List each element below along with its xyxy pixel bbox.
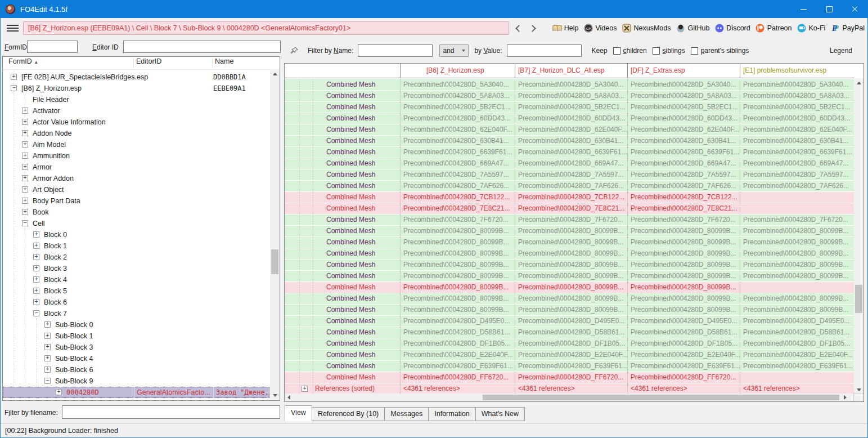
value-cell[interactable]: Precombined\0004280D_E2E040F...	[401, 350, 515, 361]
value-cell[interactable]: Precombined\0004280D_80099B...	[740, 293, 854, 305]
value-cell[interactable]: Precombined\0004280D_62E040F...	[515, 124, 628, 136]
table-row[interactable]: Combined MeshPrecombined\0004280D_80099B…	[285, 293, 854, 305]
value-cell[interactable]: Precombined\0004280D_80099B...	[628, 305, 740, 316]
value-cell[interactable]: Precombined\0004280D_80099B...	[628, 248, 740, 260]
tree-header-editorid[interactable]: EditorID	[136, 57, 161, 65]
expand-icon[interactable]: +	[22, 108, 28, 114]
record-name-cell[interactable]: Combined Mesh	[285, 226, 401, 237]
record-name-cell[interactable]: Combined Mesh	[285, 316, 401, 327]
record-name-cell[interactable]: Combined Mesh	[285, 102, 401, 113]
formid-input[interactable]	[27, 41, 78, 53]
expand-icon[interactable]: +	[11, 74, 17, 80]
value-cell[interactable]: Precombined\0004280D_7E8C21...	[515, 203, 628, 214]
value-cell[interactable]: Precombined\0004280D_80099B...	[628, 293, 740, 305]
value-cell[interactable]: Precombined\0004280D_5B2EC1...	[628, 102, 740, 113]
forward-button[interactable]	[527, 21, 539, 35]
record-name-cell[interactable]: Combined Mesh	[285, 113, 401, 124]
expand-icon[interactable]: +	[22, 141, 28, 148]
expand-icon[interactable]: +	[22, 130, 28, 136]
expand-icon[interactable]: +	[33, 231, 39, 238]
filename-filter-input[interactable]	[62, 405, 280, 419]
value-cell[interactable]: Precombined\0004280D_5A3040...	[740, 79, 854, 91]
value-cell[interactable]: Precombined\0004280D_60DD43...	[401, 113, 515, 124]
github-link[interactable]: GitHub	[676, 24, 709, 33]
value-cell[interactable]: Precombined\0004280D_5B2EC1...	[515, 102, 628, 113]
value-cell[interactable]: Precombined\0004280D_D58B61...	[401, 327, 515, 338]
value-cell[interactable]: Precombined\0004280D_80099B...	[628, 271, 740, 282]
tree-row[interactable]: +Sub-Block 3	[3, 342, 269, 353]
value-cell[interactable]: Precombined\0004280D_5A3040...	[401, 79, 515, 91]
record-name-cell[interactable]: Combined Mesh	[285, 124, 401, 136]
value-cell[interactable]	[740, 282, 854, 293]
value-cell[interactable]: Precombined\0004280D_5A8A03...	[515, 91, 628, 102]
tree-row[interactable]: +Sub-Block 4	[3, 353, 269, 364]
close-button[interactable]	[842, 0, 868, 18]
value-cell[interactable]: Precombined\0004280D_80099B...	[515, 293, 628, 305]
tree-row[interactable]: File Header	[3, 94, 269, 105]
back-button[interactable]	[512, 21, 524, 35]
tree-row[interactable]: −Cell	[3, 218, 269, 229]
record-name-cell[interactable]: Combined Mesh	[285, 260, 401, 271]
value-cell[interactable]: Precombined\0004280D_7F6720...	[515, 214, 628, 226]
tree-row[interactable]: +Ammunition	[3, 150, 269, 162]
value-cell[interactable]: Precombined\0004280D_7CB122...	[401, 192, 515, 203]
tree-row[interactable]: +Armor Addon	[3, 173, 269, 184]
value-cell[interactable]: Precombined\0004280D_80099B...	[401, 226, 515, 237]
value-cell[interactable]: Precombined\0004280D_DF1B05...	[628, 338, 740, 350]
value-cell[interactable]: Precombined\0004280D_FF6720...	[628, 372, 740, 383]
value-cell[interactable]: Precombined\0004280D_80099B...	[401, 293, 515, 305]
value-cell[interactable]: Precombined\0004280D_80099B...	[515, 248, 628, 260]
filter-operator-select[interactable]: and	[439, 44, 469, 57]
value-cell[interactable]: Precombined\0004280D_630B41...	[401, 136, 515, 147]
expand-icon[interactable]: +	[33, 243, 39, 249]
value-cell[interactable]: Precombined\0004280D_80099B...	[740, 237, 854, 248]
value-cell[interactable]: Precombined\0004280D_6639F61...	[740, 147, 854, 158]
value-cell[interactable]: Precombined\0004280D_80099B...	[740, 248, 854, 260]
scroll-down-button[interactable]	[270, 391, 280, 400]
table-row[interactable]: Combined MeshPrecombined\0004280D_DF1B05…	[285, 338, 854, 350]
expand-icon[interactable]: +	[302, 386, 308, 392]
table-row[interactable]: Combined MeshPrecombined\0004280D_80099B…	[285, 305, 854, 316]
value-cell[interactable]: Precombined\0004280D_80099B...	[515, 305, 628, 316]
expand-icon[interactable]: +	[22, 209, 28, 215]
collapse-icon[interactable]: −	[22, 220, 28, 226]
pin-icon[interactable]	[289, 46, 299, 56]
value-cell[interactable]: Precombined\0004280D_D495E0...	[401, 316, 515, 327]
table-row[interactable]: Combined MeshPrecombined\0004280D_7E8C21…	[285, 203, 854, 214]
table-row[interactable]: Combined MeshPrecombined\0004280D_80099B…	[285, 248, 854, 260]
table-row[interactable]: Combined MeshPrecombined\0004280D_80099B…	[285, 282, 854, 293]
value-cell[interactable]: Precombined\0004280D_7F6720...	[628, 214, 740, 226]
value-cell[interactable]: Precombined\0004280D_7E8C21...	[401, 203, 515, 214]
expand-icon[interactable]: +	[44, 321, 51, 328]
tree-vertical-scrollbar[interactable]	[270, 69, 280, 400]
table-row[interactable]: Combined MeshPrecombined\0004280D_5A8A03…	[285, 91, 854, 102]
table-hscrollbar-thumb[interactable]	[483, 395, 839, 400]
expand-icon[interactable]: +	[22, 153, 28, 159]
value-cell[interactable]: Precombined\0004280D_80099B...	[401, 282, 515, 293]
value-cell[interactable]: Precombined\0004280D_80099B...	[515, 260, 628, 271]
collapse-icon[interactable]: −	[33, 310, 39, 316]
value-cell[interactable]: Precombined\0004280D_6639F61...	[628, 147, 740, 158]
value-cell[interactable]: Precombined\0004280D_5B2EC1...	[740, 102, 854, 113]
table-row[interactable]: Combined MeshPrecombined\0004280D_7CB122…	[285, 192, 854, 203]
table-row[interactable]: Combined MeshPrecombined\0004280D_80099B…	[285, 260, 854, 271]
value-cell[interactable]: Precombined\0004280D_DF1B05...	[740, 338, 854, 350]
tree-row[interactable]: +Block 5	[3, 285, 269, 297]
tree-row[interactable]: +Block 1	[3, 240, 269, 252]
value-cell[interactable]: Precombined\0004280D_E639F61...	[740, 361, 854, 372]
tree-row[interactable]: +Activator	[3, 105, 269, 117]
expand-icon[interactable]: +	[33, 288, 39, 294]
kofi-link[interactable]: Ko-Fi	[797, 24, 826, 33]
patreon-link[interactable]: Patreon	[755, 24, 792, 33]
paypal-link[interactable]: PP PayPal	[830, 24, 865, 33]
record-name-cell[interactable]: Combined Mesh	[285, 271, 401, 282]
record-name-cell[interactable]: Combined Mesh	[285, 169, 401, 181]
value-cell[interactable]: Precombined\0004280D_7A5597...	[740, 169, 854, 181]
tree-header-name[interactable]: Name	[215, 57, 233, 65]
value-cell[interactable]: Precombined\0004280D_5A3040...	[515, 79, 628, 91]
value-cell[interactable]: Precombined\0004280D_7A5597...	[401, 169, 515, 181]
record-name-cell[interactable]: Combined Mesh	[285, 361, 401, 372]
tree-row[interactable]: +Aim Model	[3, 139, 269, 150]
value-cell[interactable]: Precombined\0004280D_D495E0...	[515, 316, 628, 327]
value-cell[interactable]: Precombined\0004280D_E639F61...	[515, 361, 628, 372]
